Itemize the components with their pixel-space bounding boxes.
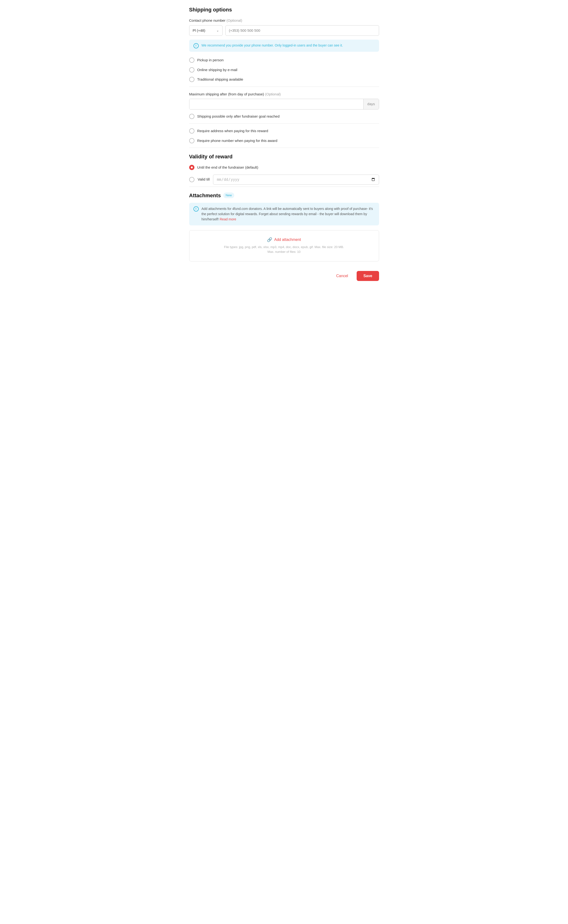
max-shipping-label: Maximum shipping after (from day of purc… xyxy=(189,92,379,97)
days-input-row: days xyxy=(189,99,379,109)
phone-number-input[interactable] xyxy=(225,25,379,36)
phone-info-banner: ! We recommend you provide your phone nu… xyxy=(189,39,379,52)
traditional-shipping-checkbox[interactable] xyxy=(189,77,195,82)
attachments-header: Attachments New xyxy=(189,192,379,199)
pickup-option: Pickup in person xyxy=(189,57,379,63)
shipping-options-title: Shipping options xyxy=(189,6,379,14)
validity-section: Validity of reward Until the end of the … xyxy=(189,152,379,184)
valid-till-radio[interactable] xyxy=(189,177,195,182)
require-address-checkbox[interactable] xyxy=(189,128,195,134)
shipping-after-goal-checkbox[interactable] xyxy=(189,114,195,119)
add-attachment-box: 🔗 Add attachment File types: jpg, png, p… xyxy=(189,230,379,262)
country-code-select[interactable]: Pl (+48) ⌄ xyxy=(189,25,222,36)
save-button[interactable]: Save xyxy=(357,271,379,281)
valid-till-date-input[interactable] xyxy=(213,175,379,184)
phone-row: Pl (+48) ⌄ xyxy=(189,25,379,36)
online-shipping-checkbox[interactable] xyxy=(189,67,195,72)
pickup-checkbox[interactable] xyxy=(189,57,195,63)
new-badge: New xyxy=(223,192,234,198)
attachments-info-banner: ! Add attachments for 4fund.com donators… xyxy=(189,203,379,225)
attachments-info-icon: ! xyxy=(193,206,199,211)
require-phone-option: Require phone number when paying for thi… xyxy=(189,138,379,143)
file-types-text: File types: jpg, png, pdf, xls, xlsx, mp… xyxy=(194,245,374,255)
divider-2 xyxy=(189,123,379,124)
add-attachment-button[interactable]: 🔗 Add attachment xyxy=(267,237,301,242)
require-address-option: Require address when paying for this rew… xyxy=(189,128,379,134)
divider-3 xyxy=(189,148,379,148)
until-end-radio[interactable] xyxy=(189,165,195,170)
attachments-title: Attachments xyxy=(189,192,221,199)
require-phone-checkbox[interactable] xyxy=(189,138,195,143)
footer-buttons: Cancel Save xyxy=(189,269,379,281)
days-input[interactable] xyxy=(189,99,363,109)
shipping-options-section: Shipping options Contact phone number (O… xyxy=(189,6,379,143)
valid-till-row: Valid till xyxy=(189,175,379,184)
days-suffix: days xyxy=(363,99,379,109)
read-more-link[interactable]: Read more xyxy=(220,217,236,221)
info-icon: ! xyxy=(193,43,199,48)
online-shipping-option: Online shipping by e-mail xyxy=(189,67,379,73)
cancel-button[interactable]: Cancel xyxy=(332,272,352,281)
validity-title: Validity of reward xyxy=(189,152,379,160)
traditional-shipping-option: Traditional shipping available xyxy=(189,77,379,82)
link-icon: 🔗 xyxy=(267,237,272,242)
until-end-option: Until the end of the fundraiser (default… xyxy=(189,165,379,170)
phone-field-label: Contact phone number (Optional) xyxy=(189,18,379,23)
shipping-after-goal-option: Shipping possible only after fundraiser … xyxy=(189,114,379,119)
chevron-down-icon: ⌄ xyxy=(216,28,219,33)
attachments-section: Attachments New ! Add attachments for 4f… xyxy=(189,192,379,262)
